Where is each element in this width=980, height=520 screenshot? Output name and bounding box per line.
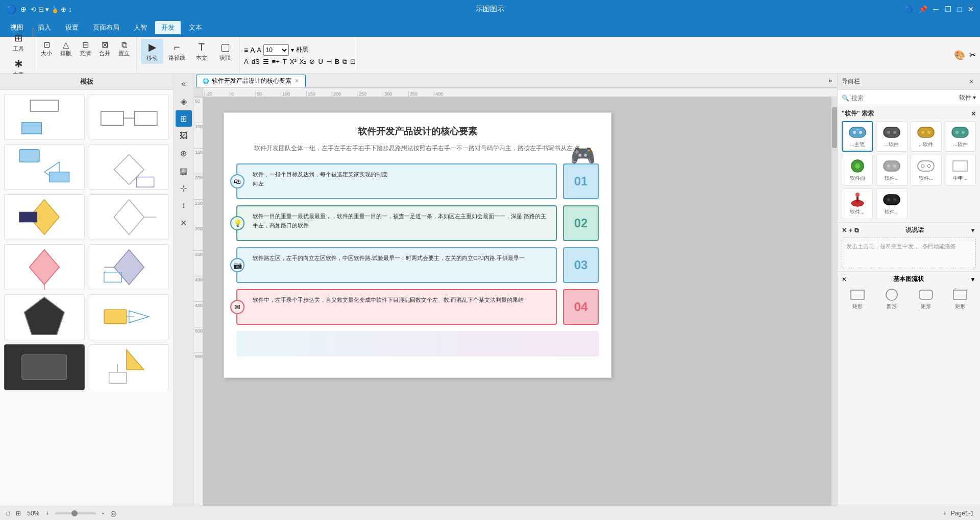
toolbar-place-btn[interactable]: ⧉ 置立 (115, 39, 133, 58)
toolbar-move-btn[interactable]: ▶ 移动 (141, 39, 163, 64)
toolbar-layout-btn[interactable]: △ 排版 (57, 39, 75, 58)
menu-develop[interactable]: 开发 (155, 21, 181, 34)
toolbar-fill-btn[interactable]: ⊟ 充满 (76, 39, 94, 58)
transform-icon[interactable]: ⊘ (309, 58, 315, 65)
menu-insert[interactable]: 插入 (32, 21, 57, 34)
window-controls[interactable]: 🔵 📌 ─ ❐ □ ✕ (904, 5, 974, 13)
shape-item[interactable] (89, 344, 169, 390)
shape-item[interactable] (89, 144, 169, 190)
toolbar-tool-btn[interactable]: ⊞ 工具 (7, 30, 30, 55)
toolbar-size-btn[interactable]: ⊡ 大小 (37, 39, 56, 58)
right-shape-gamepad-blue[interactable]: ...主笔 (842, 121, 873, 152)
basic-rect[interactable]: 矩形 (842, 287, 873, 311)
left-toolbar-chart[interactable]: ⊹ (176, 180, 192, 196)
fit-view-btn[interactable]: □ (6, 510, 10, 517)
shape-section-close[interactable]: ✕ (971, 110, 976, 117)
right-shape-gamepad-gray[interactable]: 软件... (876, 155, 907, 185)
right-shape-gamepad-teal[interactable]: ...软件 (945, 121, 976, 152)
paste-icon[interactable]: ⊡ (350, 58, 356, 65)
text-style-icon[interactable]: T (283, 58, 287, 65)
canvas[interactable]: 软件开发产品设计的核心要素 软件开发团队全体一组，左手左手右手右手下踏步思路想法… (203, 97, 837, 506)
menu-text[interactable]: 文本 (183, 21, 208, 34)
search-input[interactable] (851, 94, 957, 102)
canvas-scrollbar-v[interactable] (831, 97, 837, 506)
basic-shapes-close-btn[interactable]: ✕ (842, 276, 847, 283)
shape-item[interactable] (4, 194, 85, 240)
note-close-btn[interactable]: ✕ (842, 227, 847, 234)
basic-rect2[interactable]: 矩形 (945, 287, 976, 311)
zoom-slider[interactable] (55, 512, 96, 514)
font-size-large-icon[interactable]: A (250, 46, 255, 54)
menu-page-layout[interactable]: 页面布局 (87, 21, 126, 34)
right-shape-circle-green[interactable]: 软件面 (842, 155, 873, 185)
menu-settings[interactable]: 设置 (59, 21, 85, 34)
minimize-button[interactable]: ─ (934, 5, 939, 13)
toolbar-merge-btn[interactable]: ⊠ 合并 (95, 39, 114, 58)
right-shape-joystick-red[interactable]: 软件... (842, 188, 873, 219)
bold-icon[interactable]: B (335, 58, 339, 65)
border-icon[interactable]: ⊣ (326, 58, 332, 65)
left-toolbar-collapse[interactable]: « (176, 76, 192, 92)
shape-item[interactable] (89, 94, 169, 140)
zoom-reset-btn[interactable]: ◎ (110, 509, 116, 517)
right-shape-gamepad-outline[interactable]: 软件... (911, 155, 942, 185)
note-copy-btn[interactable]: ⧉ (854, 227, 859, 234)
quick-access-icon[interactable]: ⊕ (20, 5, 27, 13)
toolbar-shape-btn[interactable]: ▢ 状联 (214, 39, 236, 64)
add-page-btn[interactable]: + (943, 510, 947, 517)
left-toolbar-grid[interactable]: ⊞ (176, 110, 192, 127)
font-expand-icon[interactable]: ▾ (291, 46, 294, 54)
font-size-select[interactable]: 10121416 (263, 44, 289, 56)
shape-item[interactable] (89, 244, 169, 290)
tab-expand-btn[interactable]: » (825, 77, 835, 84)
grid-toggle-btn[interactable]: ⊞ (16, 510, 21, 517)
left-toolbar-resize[interactable]: ↕ (176, 197, 192, 214)
left-toolbar-image[interactable]: 🖼 (176, 128, 192, 144)
shape-item-dark[interactable] (4, 344, 85, 390)
align-left-icon[interactable]: ≡ (244, 46, 248, 54)
shape-item[interactable] (4, 244, 85, 290)
right-shape-gamepad-dark[interactable]: ...软件 (876, 121, 907, 152)
zoom-handle[interactable] (71, 510, 78, 516)
subscript-icon[interactable]: X₂ (300, 58, 307, 65)
shape-item[interactable] (89, 194, 169, 240)
left-toolbar-fill[interactable]: ◈ (176, 93, 192, 109)
pin-button[interactable]: 📌 (919, 5, 927, 13)
font-color-icon[interactable]: A (244, 58, 249, 65)
underline-icon[interactable]: U (318, 58, 323, 65)
shape-item[interactable] (4, 294, 85, 340)
strikethrough-icon[interactable]: dS (252, 58, 260, 65)
toolbar-path-btn[interactable]: ⌐ 路径线 (164, 39, 189, 64)
maximize-button[interactable]: □ (958, 5, 962, 13)
basic-circle[interactable]: 圆形 (876, 287, 907, 311)
indent-icon[interactable]: ≡+ (272, 58, 280, 65)
copy-icon[interactable]: ⧉ (342, 58, 347, 66)
close-button[interactable]: ✕ (968, 5, 974, 13)
toolbar-text-btn[interactable]: T 本文 (190, 39, 213, 64)
shape-item[interactable] (4, 94, 85, 140)
toolbar-paint-icon[interactable]: 🎨 (954, 50, 965, 61)
restore-button[interactable]: ❐ (945, 5, 951, 13)
right-panel-close-btn[interactable]: ✕ (967, 77, 976, 86)
note-textarea[interactable]: 发击土击贡，是符意互中发， .条回地能搭答 (842, 238, 976, 268)
basic-rounded-rect[interactable]: 矩形 (911, 287, 942, 311)
list-icon[interactable]: ☰ (263, 58, 269, 65)
note-expand-btn[interactable]: ▼ (970, 227, 976, 234)
font-size-small-icon[interactable]: A (257, 46, 261, 54)
note-add-btn[interactable]: + (849, 227, 852, 234)
zoom-minus-btn[interactable]: - (102, 510, 104, 517)
left-toolbar-layers[interactable]: ⊕ (176, 145, 192, 161)
right-shape-gamepad-gold[interactable]: ...软件 (911, 121, 942, 152)
left-toolbar-close[interactable]: ✕ (176, 215, 192, 231)
tab-close-btn[interactable]: ✕ (295, 78, 299, 84)
right-shape-rect-outline[interactable]: 中申... (945, 155, 976, 185)
shape-item[interactable] (4, 144, 85, 190)
tab-item[interactable]: 🌐 软件开发产品设计的核心要素 ✕ (196, 75, 306, 87)
menu-ai[interactable]: 人智 (128, 21, 153, 34)
superscript-icon[interactable]: X² (290, 58, 297, 65)
zoom-plus-btn[interactable]: + (45, 510, 49, 517)
undo-group[interactable]: ⟲ ⊟ ▾ 🏅 ⊕ ↕ (31, 6, 72, 13)
right-shape-gamepad-black[interactable]: 软件... (876, 188, 907, 219)
shape-item[interactable] (89, 294, 169, 340)
left-toolbar-table[interactable]: ▦ (176, 162, 192, 179)
